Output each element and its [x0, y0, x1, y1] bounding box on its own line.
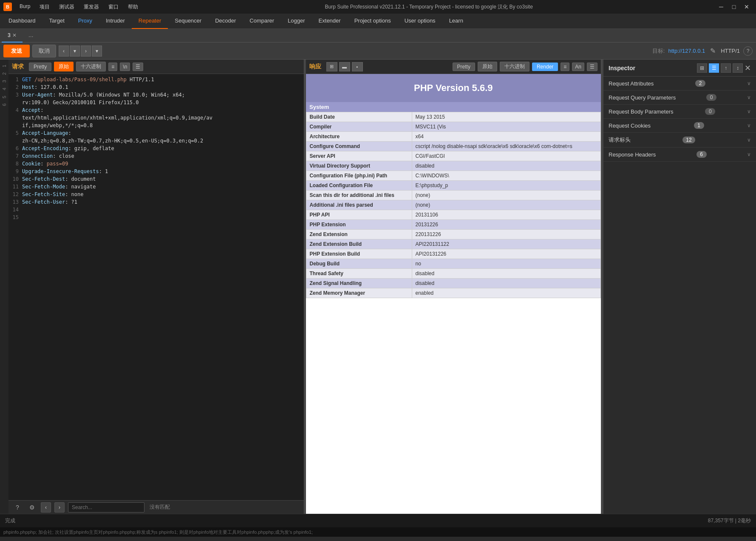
inspector-item-count: 6: [697, 151, 707, 158]
code-line-4: 4Accept:: [10, 106, 302, 114]
edit-target-button[interactable]: ✎: [708, 46, 717, 56]
request-search-next[interactable]: ›: [54, 502, 65, 513]
tab-dashboard[interactable]: Dashboard: [2, 14, 42, 29]
request-settings-icon[interactable]: ⚙: [26, 502, 37, 513]
request-format-pretty[interactable]: Pretty: [29, 63, 51, 71]
response-format-hex[interactable]: 十六进制: [500, 62, 529, 71]
inspector-panel: Inspector ⊞ ☰ ↑ ↕ ✕ Request Attributes2∨…: [603, 60, 756, 514]
footer-status: phpinfo.phpphp; 加会社; 次社设置phpinfo主页对phpin…: [3, 529, 313, 535]
nav-back-dropdown[interactable]: ▾: [70, 46, 80, 57]
nav-forward-dropdown[interactable]: ▾: [92, 46, 102, 57]
tab-repeater[interactable]: Repeater: [132, 14, 168, 29]
tab-extender[interactable]: Extender: [312, 14, 348, 29]
inspector-view-list[interactable]: ☰: [709, 63, 719, 73]
response-format-raw[interactable]: 原始: [478, 62, 497, 71]
menu-window[interactable]: 窗口: [104, 2, 123, 12]
inspector-sort-asc[interactable]: ↑: [721, 63, 731, 73]
nav-back-button[interactable]: ‹: [59, 46, 69, 57]
nav-forward-button[interactable]: ›: [81, 46, 91, 57]
response-view-single[interactable]: ▪: [352, 62, 363, 71]
inspector-item[interactable]: Request Body Parameters0∨: [603, 105, 756, 119]
response-icon-3[interactable]: ☰: [587, 63, 597, 71]
menu-repeater[interactable]: 重发器: [79, 2, 103, 12]
response-view-icons: ⊞ ▬ ▪: [326, 62, 363, 71]
tab-proxy[interactable]: Proxy: [71, 14, 99, 29]
inspector-item[interactable]: Response Headers6∨: [603, 148, 756, 162]
code-line-2: 2Host: 127.0.0.1: [10, 83, 302, 91]
tab-project-options[interactable]: Project options: [348, 14, 398, 29]
php-table-row: Configure Commandcscript /nolog disable-…: [306, 142, 601, 151]
left-icon-3: 3: [1, 78, 8, 84]
menu-help[interactable]: 帮助: [124, 2, 142, 12]
request-format-hex[interactable]: 十六进制: [76, 62, 106, 71]
request-search-input[interactable]: [68, 502, 144, 513]
menu-tester[interactable]: 测试器: [55, 2, 79, 12]
request-icon-menu[interactable]: ☰: [133, 63, 143, 71]
repeater-tab-more[interactable]: …: [23, 29, 40, 43]
php-table-row: Configuration File (php.ini) PathC:\WIND…: [306, 171, 601, 181]
maximize-button[interactable]: □: [728, 1, 740, 13]
php-table-row: Zend Extension BuildAPI220131122: [306, 239, 601, 249]
inspector-close-button[interactable]: ✕: [745, 63, 751, 73]
menu-burp[interactable]: Burp: [15, 2, 34, 12]
code-line-12: 12Sec-Fetch-Site: none: [10, 191, 302, 198]
inspector-view-controls: ⊞ ☰ ↑ ↕ ✕: [697, 63, 751, 73]
tab-logger[interactable]: Logger: [281, 14, 311, 29]
tab-decoder[interactable]: Decoder: [208, 14, 243, 29]
php-version-title: PHP Version 5.6.9: [314, 83, 593, 94]
request-icon-list[interactable]: ≡: [108, 63, 117, 71]
inspector-sort-desc[interactable]: ↕: [733, 63, 743, 73]
navigation-buttons: ‹ ▾ › ▾: [59, 46, 102, 57]
left-icon-2: 2: [1, 71, 8, 77]
code-line-3b: rv:109.0) Gecko/20100101 Firefox/115.0: [10, 99, 302, 106]
send-button[interactable]: 发送: [3, 45, 30, 57]
inspector-item-count: 0: [706, 94, 716, 101]
request-help-icon[interactable]: ?: [12, 502, 23, 513]
chevron-down-icon: ∨: [747, 122, 751, 128]
inspector-item[interactable]: Request Cookies1∨: [603, 119, 756, 133]
request-icon-newline[interactable]: \n: [120, 63, 130, 71]
code-line-10: 10Sec-Fetch-Dest: document: [10, 175, 302, 183]
response-view-split[interactable]: ▬: [339, 62, 350, 71]
toolbar-target: 目标: http://127.0.0.1 ✎ HTTP/1 ?: [652, 46, 753, 56]
repeater-subtabbar: 3 ✕ …: [0, 29, 756, 43]
php-table-row: Zend Signal Handlingdisabled: [306, 279, 601, 288]
minimize-button[interactable]: ─: [715, 1, 727, 13]
help-button[interactable]: ?: [743, 46, 753, 56]
left-icon-6: 6: [1, 102, 8, 108]
menu-project[interactable]: 项目: [35, 2, 54, 12]
inspector-view-grid[interactable]: ⊞: [697, 63, 707, 73]
response-format-pretty[interactable]: Pretty: [453, 63, 475, 71]
left-icon-4: 4: [1, 86, 8, 92]
chevron-down-icon: ∨: [747, 94, 751, 100]
close-button[interactable]: ✕: [741, 1, 753, 13]
response-format-render[interactable]: Render: [532, 63, 558, 71]
request-code-area[interactable]: 1GET /upload-labs/Pass-09/shell.php HTTP…: [8, 74, 304, 500]
request-format-raw[interactable]: 原始: [54, 62, 74, 71]
tab-user-options[interactable]: User options: [398, 14, 442, 29]
inspector-item[interactable]: 请求标头12∨: [603, 133, 756, 148]
tab-target[interactable]: Target: [42, 14, 71, 29]
titlebar: B Burp 项目 测试器 重发器 窗口 帮助 Burp Suite Profe…: [0, 0, 756, 14]
response-view-grid[interactable]: ⊞: [326, 62, 337, 71]
tab-comparer[interactable]: Comparer: [243, 14, 281, 29]
tab-learn[interactable]: Learn: [442, 14, 470, 29]
tab-sequencer[interactable]: Sequencer: [168, 14, 208, 29]
inspector-item[interactable]: Request Attributes2∨: [603, 77, 756, 91]
status-left: 完成: [5, 517, 15, 524]
php-table-row: Thread Safetydisabled: [306, 269, 601, 279]
inspector-item[interactable]: Request Query Parameters0∨: [603, 91, 756, 105]
tab-intruder[interactable]: Intruder: [99, 14, 132, 29]
code-line-5b: zh-CN,zh;q=0.8,zh-TW;q=0.7,zh-HK;q=0.5,e…: [10, 137, 302, 145]
request-title: 请求: [12, 63, 24, 71]
code-line-3: 3User-Agent: Mozilla/5.0 (Windows NT 10.…: [10, 91, 302, 99]
chevron-down-icon: ∨: [747, 137, 751, 143]
cancel-button[interactable]: 取消: [32, 45, 56, 57]
left-icon-5: 5: [1, 94, 8, 100]
request-search-prev[interactable]: ‹: [41, 502, 51, 513]
php-table-row: Scan this dir for additional .ini files(…: [306, 191, 601, 200]
response-icon-2[interactable]: An: [572, 63, 584, 71]
response-title: 响应: [309, 63, 321, 71]
repeater-tab-3[interactable]: 3 ✕: [2, 29, 23, 43]
response-icon-1[interactable]: ≡: [561, 63, 569, 71]
